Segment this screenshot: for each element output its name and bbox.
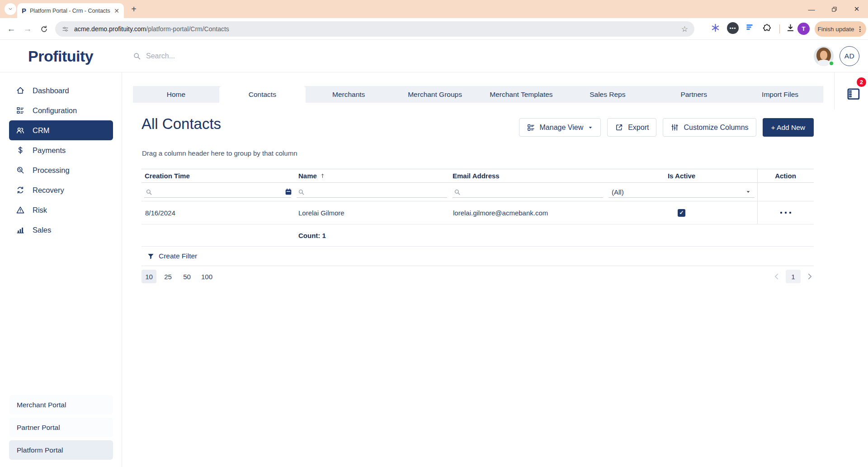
page-size-10[interactable]: 10 xyxy=(142,270,156,283)
name-filter[interactable] xyxy=(294,183,450,201)
creation-time-filter[interactable] xyxy=(142,183,294,201)
manage-view-button[interactable]: Manage View xyxy=(519,118,601,137)
address-bar[interactable]: acme.demo.profituity.com/platform-portal… xyxy=(55,21,694,37)
column-header-action[interactable]: Action xyxy=(757,169,814,182)
site-settings-icon[interactable] xyxy=(61,25,69,33)
sidebar-item-configuration[interactable]: Configuration xyxy=(9,100,113,120)
sidebar-item-label: Processing xyxy=(33,166,70,175)
tab-sales-reps[interactable]: Sales Reps xyxy=(564,86,651,103)
window-close-button[interactable]: ✕ xyxy=(845,0,868,18)
extensions-puzzle-icon[interactable] xyxy=(762,23,772,33)
finish-update-button[interactable]: Finish update ⋮ xyxy=(815,21,866,37)
window-restore-button[interactable] xyxy=(823,0,845,18)
back-button[interactable]: ← xyxy=(4,21,19,37)
view-grid-icon xyxy=(527,123,535,132)
email-filter[interactable] xyxy=(450,183,606,201)
manage-view-label: Manage View xyxy=(540,124,584,132)
action-column-separator xyxy=(757,169,758,224)
bar-chart-icon xyxy=(16,225,25,234)
column-header-email[interactable]: Email Address xyxy=(450,169,606,182)
create-filter-button[interactable]: Create Filter xyxy=(142,247,814,266)
crm-tabbar: Home Contacts Merchants Merchant Groups … xyxy=(133,86,823,103)
cell-email: lorelai.gilmore@acmebank.com xyxy=(450,201,606,224)
url-text[interactable]: acme.demo.profituity.com/platform-portal… xyxy=(74,25,676,33)
table-row[interactable]: 8/16/2024 Lorelai Gilmore lorelai.gilmor… xyxy=(142,201,814,224)
name-filter-input[interactable] xyxy=(308,188,447,195)
profituity-logo[interactable]: Profituity xyxy=(28,40,93,72)
browser-menu-kebab-icon[interactable]: ⋮ xyxy=(857,25,863,33)
partner-portal-button[interactable]: Partner Portal xyxy=(9,418,113,437)
customize-columns-button[interactable]: Customize Columns xyxy=(663,118,756,137)
sidebar-item-crm[interactable]: CRM xyxy=(9,120,113,140)
refresh-button[interactable] xyxy=(36,21,52,37)
browser-tab[interactable]: P Platform Portal - Crm - Contacts ✕ xyxy=(17,3,124,18)
restore-icon xyxy=(831,6,837,12)
count-label: Count: 1 xyxy=(298,232,326,239)
page-size-100[interactable]: 100 xyxy=(198,270,215,283)
page-size-25[interactable]: 25 xyxy=(160,270,175,283)
notification-badge[interactable]: 2 xyxy=(857,77,866,87)
pagination-bar: 10 25 50 100 1 xyxy=(142,269,814,284)
sidebar-item-payments[interactable]: Payments xyxy=(9,140,113,160)
sidebar-item-label: Configuration xyxy=(33,106,77,115)
tab-partners[interactable]: Partners xyxy=(651,86,737,103)
column-header-creation-time[interactable]: Creation Time xyxy=(142,169,294,182)
tab-merchants[interactable]: Merchants xyxy=(306,86,392,103)
warning-icon xyxy=(16,205,25,214)
action-filter-cell xyxy=(757,183,814,201)
global-search-input[interactable] xyxy=(146,52,282,60)
search-icon xyxy=(132,52,142,61)
creation-time-filter-input[interactable] xyxy=(156,188,282,195)
user-initials-badge[interactable]: AD xyxy=(840,46,859,66)
extension-asterisk-icon[interactable] xyxy=(711,23,720,33)
platform-portal-button[interactable]: Platform Portal xyxy=(9,440,113,460)
current-page-button[interactable]: 1 xyxy=(786,270,801,283)
email-filter-input[interactable] xyxy=(464,188,603,195)
cell-name: Lorelai Gilmore xyxy=(294,201,450,224)
bookmark-star-icon[interactable]: ☆ xyxy=(681,24,688,34)
chevron-down-icon xyxy=(8,6,13,12)
calendar-icon[interactable] xyxy=(284,188,292,196)
next-page-icon[interactable] xyxy=(806,272,814,281)
new-tab-button[interactable]: + xyxy=(128,4,139,14)
is-active-filter-value: (All) xyxy=(612,188,624,196)
tab-contacts[interactable]: Contacts xyxy=(219,86,306,103)
side-panel-toggle-icon[interactable] xyxy=(845,86,861,101)
tab-close-icon[interactable]: ✕ xyxy=(114,8,119,14)
tab-search-chevron-button[interactable] xyxy=(5,3,16,15)
add-new-button[interactable]: + Add New xyxy=(763,118,814,137)
sidebar-item-dashboard[interactable]: Dashboard xyxy=(9,81,113,100)
browser-profile-avatar[interactable]: T xyxy=(797,23,810,35)
merchant-portal-button[interactable]: Merchant Portal xyxy=(9,395,113,415)
window-minimize-button[interactable]: — xyxy=(800,0,823,18)
export-button[interactable]: Export xyxy=(607,118,656,137)
extension-bars-icon[interactable] xyxy=(745,23,754,32)
filter-underline xyxy=(144,197,291,198)
column-header-is-active[interactable]: Is Active xyxy=(606,169,757,182)
row-actions-menu-icon[interactable] xyxy=(780,212,791,214)
sidebar-item-risk[interactable]: Risk xyxy=(9,200,113,220)
sidebar-item-sales[interactable]: Sales xyxy=(9,220,113,240)
tab-home[interactable]: Home xyxy=(133,86,219,103)
page-size-50[interactable]: 50 xyxy=(179,270,194,283)
portal-switcher: Merchant Portal Partner Portal Platform … xyxy=(0,395,122,460)
column-header-name[interactable]: Name xyxy=(294,169,450,182)
forward-button[interactable]: → xyxy=(20,21,35,37)
caret-down-icon xyxy=(588,125,593,130)
tab-merchant-groups[interactable]: Merchant Groups xyxy=(392,86,478,103)
previous-page-icon[interactable] xyxy=(773,272,781,281)
column-label: Is Active xyxy=(668,172,695,180)
tab-import-files[interactable]: Import Files xyxy=(737,86,823,103)
sidebar-item-label: Recovery xyxy=(33,186,64,195)
sidebar-item-processing[interactable]: Processing xyxy=(9,160,113,180)
tab-merchant-templates[interactable]: Merchant Templates xyxy=(478,86,565,103)
grid-header-row: Creation Time Name Email Address Is Acti… xyxy=(142,169,814,183)
extension-password-manager-icon[interactable]: ••• xyxy=(727,22,739,34)
is-active-checkbox[interactable] xyxy=(678,209,685,217)
is-active-filter-select[interactable]: (All) xyxy=(606,183,757,201)
user-avatar[interactable] xyxy=(814,46,834,66)
sidebar-item-recovery[interactable]: Recovery xyxy=(9,180,113,200)
page-toolbar: Manage View Export Customize Columns + A… xyxy=(142,118,814,137)
download-icon[interactable] xyxy=(786,23,795,33)
sidebar: Dashboard Configuration CRM Payments Pro… xyxy=(0,72,122,467)
